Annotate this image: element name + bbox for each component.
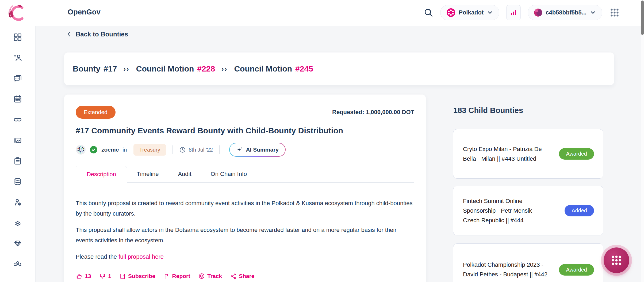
topbar-controls: Polkadot — [424, 0, 620, 25]
sidebar-item-overview[interactable] — [12, 32, 24, 42]
dots-grid-icon — [610, 254, 623, 266]
network-label: Polkadot — [459, 9, 484, 16]
bar-chart-icon — [510, 9, 517, 16]
date-label: 8th Jul '22 — [189, 147, 213, 153]
sidebar-item-onchain[interactable] — [12, 177, 24, 186]
sidebar-item-bounties[interactable] — [12, 218, 24, 228]
user-plus-icon — [13, 53, 22, 62]
divider — [172, 145, 173, 154]
network-selector[interactable]: Polkadot — [440, 5, 499, 20]
scrollbar-thumb[interactable] — [641, 1, 644, 35]
author-name[interactable]: zoemc — [101, 146, 119, 153]
subscribe-button[interactable]: Subscribe — [119, 273, 155, 280]
breadcrumb: Bounty #17 ›› Council Motion #228 ›› Cou… — [64, 52, 614, 85]
breadcrumb-motion-228[interactable]: Council Motion #228 — [136, 64, 215, 73]
gem-icon — [13, 239, 22, 248]
bounty-post-card: Extended Requested: 1,000,000.00 DOT #17… — [64, 95, 426, 282]
clipboard-icon — [13, 156, 22, 166]
thumbs-up-icon — [76, 273, 83, 280]
sidebar-item-calendar[interactable] — [12, 94, 24, 104]
status-row: Extended Requested: 1,000,000.00 DOT — [76, 106, 414, 119]
child-bounty-card[interactable]: Fintech Summit Online Sponsorship - Petr… — [453, 186, 603, 235]
back-to-bounties-link[interactable]: Back to Bounties — [66, 31, 128, 38]
clock-icon — [179, 146, 186, 153]
top-bar: OpenGov Polkadot — [0, 0, 644, 26]
discussions-icon — [13, 74, 22, 83]
thumbs-down-icon — [99, 273, 106, 280]
dislike-count: 1 — [108, 273, 111, 279]
flag-icon — [163, 273, 170, 280]
apps-grid-icon[interactable] — [609, 7, 620, 18]
child-bounty-status-badge: Awarded — [559, 148, 594, 160]
child-bounty-status-badge: Added — [565, 205, 594, 216]
breadcrumb-motion-245[interactable]: Council Motion #245 — [234, 64, 313, 73]
stats-button[interactable] — [506, 5, 521, 20]
polkassembly-logo-icon — [8, 3, 27, 23]
child-bounty-status-badge: Awarded — [559, 264, 594, 276]
chevron-down-icon — [590, 9, 596, 16]
breadcrumb-separator: ›› — [220, 65, 229, 73]
child-bounty-card[interactable]: Polkadot Championship 2023 - David Pethe… — [453, 243, 603, 282]
sidebar-item-community[interactable] — [12, 259, 24, 269]
breadcrumb-bounty[interactable]: Bounty #17 — [73, 64, 117, 73]
page-scrollbar[interactable] — [641, 0, 644, 282]
divider — [219, 145, 220, 154]
page-title: OpenGov — [68, 8, 101, 16]
report-button[interactable]: Report — [163, 273, 190, 280]
dislike-button[interactable]: 1 — [99, 273, 111, 280]
in-label: in — [122, 146, 127, 153]
tab-description[interactable]: Description — [76, 166, 127, 183]
description-paragraph: This bounty proposal is created to rewar… — [76, 198, 415, 219]
back-label: Back to Bounties — [76, 31, 128, 38]
track-button[interactable]: Track — [198, 273, 222, 280]
like-button[interactable]: 13 — [76, 273, 91, 280]
sidebar-item-delegation[interactable] — [12, 53, 24, 63]
polkadot-logo-icon — [446, 8, 455, 17]
child-bounty-title: Cryto Expo Milan - Patrizia De Bella - M… — [463, 144, 551, 164]
account-address: c4b58bbf5b5... — [546, 9, 586, 16]
breadcrumb-id: #228 — [197, 64, 215, 73]
breadcrumb-id: #245 — [295, 64, 313, 73]
ai-summary-button[interactable]: AI Summary — [229, 143, 286, 157]
community-icon — [13, 260, 22, 269]
quick-actions-fab[interactable] — [604, 247, 629, 273]
post-action-row: 13 1 Subscribe — [76, 273, 414, 280]
tab-timeline[interactable]: Timeline — [127, 166, 168, 182]
sidebar-item-preimages[interactable] — [12, 115, 24, 125]
like-count: 13 — [85, 273, 91, 279]
tab-audit[interactable]: Audit — [168, 166, 201, 182]
byline: zoemc in Treasury 8th Jul '22 AI Summary — [76, 143, 414, 157]
report-label: Report — [172, 273, 190, 279]
status-badge: Extended — [76, 106, 116, 119]
database-icon — [13, 177, 22, 186]
child-bounty-card[interactable]: Cryto Expo Milan - Patrizia De Bella - M… — [453, 129, 603, 179]
description-paragraph: This proposal shall allow actors in the … — [76, 225, 415, 246]
breadcrumb-separator: ›› — [122, 65, 131, 73]
verified-check-icon — [90, 146, 98, 154]
link-prefix: Please read the — [76, 253, 118, 260]
polkassembly-logo[interactable] — [6, 3, 29, 24]
subscribe-label: Subscribe — [128, 273, 155, 279]
sidebar-item-treasury[interactable] — [12, 197, 24, 207]
breadcrumb-id: #17 — [103, 64, 117, 73]
sidebar-item-discussions[interactable] — [12, 74, 24, 83]
sparkle-icon — [236, 146, 243, 153]
post-date: 8th Jul '22 — [179, 146, 213, 153]
account-menu[interactable]: c4b58bbf5b5... — [528, 5, 602, 20]
chevron-left-icon — [66, 31, 72, 38]
search-icon[interactable] — [424, 8, 433, 17]
share-button[interactable]: Share — [230, 273, 254, 280]
tab-on-chain-info[interactable]: On Chain Info — [201, 166, 257, 182]
requested-amount: Requested: 1,000,000.00 DOT — [332, 109, 414, 116]
subscribe-icon — [119, 273, 126, 280]
account-avatar — [534, 8, 542, 17]
requested-value: 1,000,000.00 DOT — [366, 109, 414, 115]
topic-chip[interactable]: Treasury — [133, 144, 166, 156]
overview-grid-icon — [13, 33, 22, 42]
left-sidebar — [0, 26, 36, 282]
sidebar-item-referenda[interactable] — [12, 156, 24, 166]
sidebar-item-news[interactable] — [12, 136, 24, 145]
full-proposal-link[interactable]: full proposal here — [118, 253, 164, 260]
sidebar-item-gems[interactable] — [12, 239, 24, 248]
breadcrumb-label: Council Motion — [136, 64, 194, 73]
